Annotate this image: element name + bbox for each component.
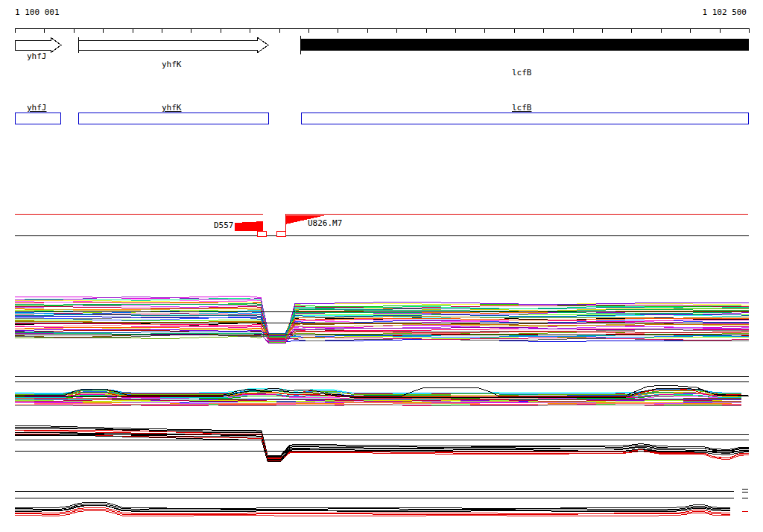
orf-box-yhfK[interactable] <box>78 113 268 124</box>
browser-canvas[interactable]: yhfJyhfKlcfByhfJyhfKlcfBD557U826.M7 <box>0 0 763 532</box>
feature-D557[interactable] <box>235 221 263 231</box>
profile-line <box>15 502 730 508</box>
orf-label-lcfB: lcfB <box>512 103 532 113</box>
profile-line <box>15 504 730 510</box>
small-feature-box[interactable] <box>257 231 266 236</box>
gene-label-yhfK: yhfK <box>162 60 182 69</box>
small-feature-box[interactable] <box>276 231 285 236</box>
orf-box-yhfJ[interactable] <box>15 113 60 124</box>
gene-block-lcfB[interactable] <box>300 39 749 51</box>
genome-browser-window: 1 100 001 1 102 500 yhfJyhfKlcfByhfJyhfK… <box>0 0 763 532</box>
plot-track-3[interactable] <box>15 426 749 462</box>
gene-label-yhfJ: yhfJ <box>27 51 47 61</box>
gene-label-lcfB: lcfB <box>512 68 532 77</box>
orf-label-yhfJ: yhfJ <box>27 103 47 113</box>
feature-label-D557: D557 <box>214 221 234 230</box>
orf-label-yhfK: yhfK <box>162 103 182 113</box>
orf-box-lcfB[interactable] <box>301 113 748 124</box>
plot-track-1[interactable] <box>15 297 749 343</box>
feature-label-U826.M7: U826.M7 <box>308 218 342 228</box>
plot-track-4[interactable] <box>15 502 730 516</box>
profile-line <box>15 403 741 405</box>
gene-arrow-yhfK[interactable] <box>78 37 268 53</box>
gene-arrow-yhfJ[interactable] <box>15 37 61 53</box>
profile-line <box>15 405 741 406</box>
